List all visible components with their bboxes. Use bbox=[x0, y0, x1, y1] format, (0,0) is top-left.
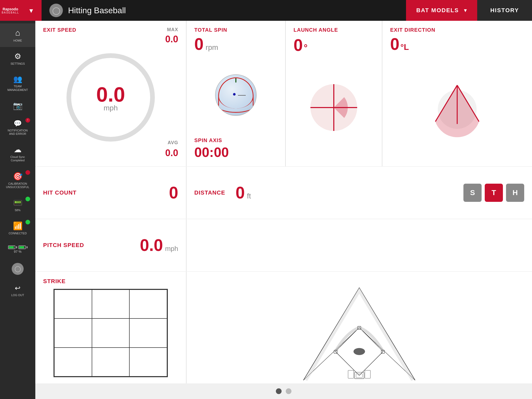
device-icon: 📟 bbox=[13, 198, 23, 207]
sidebar-item-cloud-sync[interactable]: ☁ Cloud SyncCompleted bbox=[0, 140, 35, 167]
bat-models-label: BAT MODELS bbox=[416, 7, 459, 14]
launch-angle-display: 0 ° bbox=[294, 36, 374, 55]
wifi-icon: 📶 bbox=[13, 221, 23, 230]
sidebar-item-camera[interactable]: 📷 bbox=[0, 96, 35, 115]
notification-icon: 💬 bbox=[14, 119, 22, 128]
exit-speed-max-label: MAX bbox=[167, 27, 178, 32]
sidebar-item-settings[interactable]: ⚙ SETTINGS bbox=[0, 47, 35, 70]
total-spin-value: 0 bbox=[194, 35, 204, 54]
battery-indicator bbox=[8, 245, 28, 249]
device-online-badge bbox=[25, 197, 30, 201]
user-avatar-icon: ◯ bbox=[52, 6, 60, 15]
strike-zone-cell-9 bbox=[129, 348, 167, 376]
strike-zone-grid bbox=[54, 289, 168, 377]
metrics-top-row: EXIT SPEED MAX 0.0 0.0 mph AVG 0.0 TOTAL… bbox=[35, 21, 532, 166]
sidebar-item-cloud-sync-label: Cloud SyncCompleted bbox=[10, 155, 25, 162]
sidebar-item-user[interactable]: ◯ bbox=[0, 258, 35, 280]
baseball-visual bbox=[194, 54, 277, 136]
battery-bar bbox=[8, 245, 15, 249]
exit-direction-card: EXIT DIRECTION 0 °L bbox=[382, 21, 532, 166]
cloud-sync-icon: ☁ bbox=[14, 145, 22, 154]
exit-direction-value-row: 0 °L bbox=[390, 35, 524, 54]
exit-direction-unit: °L bbox=[401, 42, 409, 52]
distance-label: DISTANCE bbox=[194, 189, 225, 196]
battery-fill-2 bbox=[19, 246, 24, 248]
exit-direction-value: 0 bbox=[390, 35, 400, 54]
sidebar-item-logout[interactable]: ↩ LOG OUT bbox=[0, 280, 35, 302]
strike-zone-card: STRIKE bbox=[35, 272, 186, 383]
pitch-speed-label: PITCH SPEED bbox=[43, 242, 84, 249]
sidebar-item-device-label: 58% bbox=[15, 209, 21, 212]
h-button[interactable]: H bbox=[506, 184, 524, 202]
sidebar-item-notification-label: NOTIFICATIONAND ERROR bbox=[8, 129, 28, 136]
total-spin-label: TOTAL SPIN bbox=[194, 27, 277, 33]
sidebar-item-battery: 97 % bbox=[0, 240, 35, 258]
exit-speed-current-value: 0.0 bbox=[96, 83, 125, 107]
s-button[interactable]: S bbox=[463, 184, 482, 202]
distance-card: DISTANCE 0 ft S T H bbox=[187, 167, 532, 219]
pitch-speed-row: PITCH SPEED 0.0 mph bbox=[35, 219, 532, 271]
main-layout: ⌂ HOME ⚙ SETTINGS 👥 TEAMMANAGEMENT 📷 ! 💬… bbox=[0, 21, 532, 399]
launch-angle-unit: ° bbox=[304, 42, 308, 53]
svg-rect-16 bbox=[365, 370, 371, 378]
logo-text-baseball: BASEBALL bbox=[2, 11, 19, 14]
strike-zone-cell-4 bbox=[54, 318, 92, 347]
bottom-row: STRIKE bbox=[35, 272, 532, 383]
sidebar-item-team-management-label: TEAMMANAGEMENT bbox=[8, 85, 28, 91]
sidebar-item-notification[interactable]: ! 💬 NOTIFICATIONAND ERROR bbox=[0, 115, 35, 140]
page-dot-1[interactable] bbox=[276, 388, 282, 394]
sidebar-item-wifi[interactable]: 📶 CONNECTED bbox=[0, 217, 35, 240]
sidebar-item-calibration[interactable]: 🎯 CALIBRATIONUNSUCCESSFUL bbox=[0, 167, 35, 194]
exit-speed-card: EXIT SPEED MAX 0.0 0.0 mph AVG 0.0 bbox=[35, 21, 186, 166]
sidebar-item-logout-label: LOG OUT bbox=[11, 294, 24, 297]
strike-zone-cell-7 bbox=[54, 348, 92, 376]
svg-rect-15 bbox=[348, 370, 354, 378]
profile-dropdown-button[interactable]: ▾ bbox=[21, 0, 42, 21]
speedometer-container: 0.0 mph bbox=[43, 35, 178, 160]
strike-zone-cell-8 bbox=[92, 348, 130, 376]
page-indicator bbox=[35, 383, 532, 399]
exit-speed-unit: mph bbox=[104, 104, 118, 112]
launch-angle-svg bbox=[297, 71, 370, 144]
launch-visual bbox=[294, 55, 374, 160]
field-card bbox=[187, 272, 532, 383]
logo-text-rapsodo: Rapsodo bbox=[3, 7, 18, 11]
calibration-icon: 🎯 bbox=[13, 172, 23, 181]
hit-count-card: HIT COUNT 0 bbox=[35, 167, 186, 219]
sidebar-item-team-management[interactable]: 👥 TEAMMANAGEMENT bbox=[0, 70, 35, 96]
sidebar-item-home-label: HOME bbox=[14, 39, 22, 42]
baseball-seam-lower bbox=[218, 97, 254, 113]
sidebar-item-calibration-label: CALIBRATIONUNSUCCESSFUL bbox=[6, 182, 29, 189]
page-dot-2[interactable] bbox=[286, 388, 291, 394]
strike-zone-cell-6 bbox=[129, 318, 167, 347]
settings-icon: ⚙ bbox=[14, 52, 21, 61]
battery-bar-2 bbox=[18, 245, 26, 249]
calibration-badge bbox=[25, 170, 30, 175]
exit-speed-label: EXIT SPEED bbox=[43, 27, 178, 33]
profile-name: Hitting Baseball bbox=[68, 6, 126, 15]
exit-speed-max-value: 0.0 bbox=[165, 34, 178, 45]
sidebar-item-device[interactable]: 📟 58% bbox=[0, 194, 35, 217]
baseball-field-svg bbox=[187, 272, 532, 383]
baseball-line bbox=[238, 95, 246, 96]
user-icon: ◯ bbox=[15, 265, 21, 272]
pitch-speed-value: 0.0 bbox=[140, 236, 163, 255]
team-management-icon: 👥 bbox=[13, 75, 22, 83]
pitch-speed-unit: mph bbox=[165, 245, 178, 253]
history-button[interactable]: HISTORY bbox=[477, 0, 532, 21]
sidebar: ⌂ HOME ⚙ SETTINGS 👥 TEAMMANAGEMENT 📷 ! 💬… bbox=[0, 21, 35, 399]
sidebar-item-wifi-label: CONNECTED bbox=[9, 232, 27, 235]
battery-tip bbox=[16, 246, 17, 248]
launch-angle-value: 0 bbox=[294, 36, 303, 55]
t-button[interactable]: T bbox=[485, 184, 503, 202]
battery-percent-label: 97 % bbox=[14, 250, 22, 254]
exit-speed-avg-value: 0.0 bbox=[165, 148, 178, 158]
metrics-bottom-row: HIT COUNT 0 DISTANCE 0 ft S T H bbox=[35, 167, 532, 219]
bat-models-button[interactable]: BAT MODELS ▾ bbox=[406, 0, 477, 21]
sidebar-item-home[interactable]: ⌂ HOME bbox=[0, 23, 35, 47]
home-icon: ⌂ bbox=[15, 28, 20, 38]
battery-fill bbox=[9, 246, 14, 248]
sth-buttons: S T H bbox=[463, 184, 524, 202]
total-spin-unit: rpm bbox=[206, 43, 218, 52]
content-area: EXIT SPEED MAX 0.0 0.0 mph AVG 0.0 TOTAL… bbox=[35, 21, 532, 399]
